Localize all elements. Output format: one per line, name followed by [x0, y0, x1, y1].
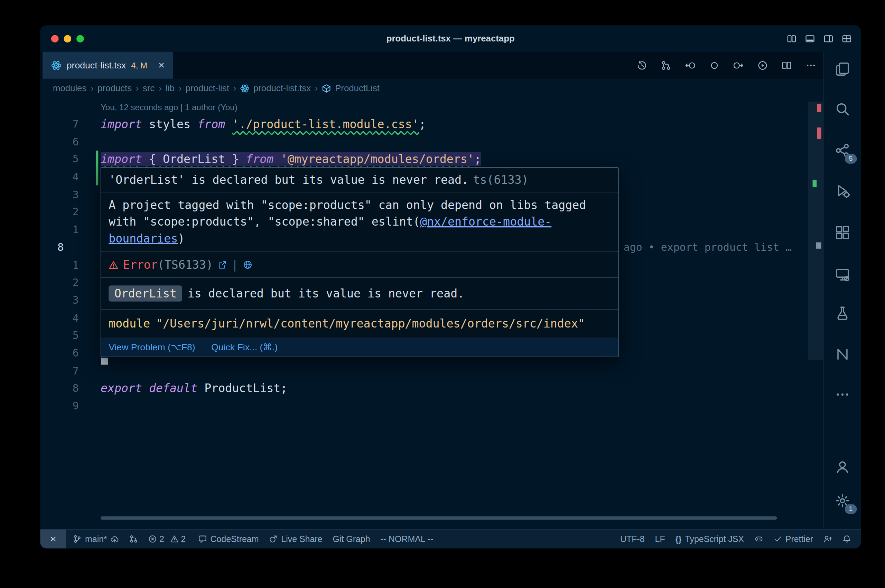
run-file-button[interactable]: [757, 60, 768, 70]
status-prettier[interactable]: Prettier: [768, 530, 818, 549]
status-bar-right: UTF-8LF{}TypeScript JSXPrettier: [615, 530, 861, 549]
breadcrumb-item-ProductList[interactable]: ProductList: [335, 83, 380, 94]
module-path: "/Users/juri/nrwl/content/myreactapp/mod…: [156, 316, 585, 330]
titlebar-layout-controls: [787, 25, 852, 51]
status-git-graph[interactable]: Git Graph: [328, 530, 376, 549]
customize-layout[interactable]: [842, 33, 852, 43]
status-codestream[interactable]: CodeStream: [193, 530, 264, 549]
gutter-change-indicator: [96, 151, 99, 186]
status-copilot[interactable]: [749, 530, 768, 549]
activity-extensions[interactable]: [824, 221, 861, 244]
status-vim-mode[interactable]: -- NORMAL --: [376, 530, 439, 549]
braces-icon: {}: [676, 534, 682, 544]
error-warning-icon: [108, 260, 118, 270]
previous-change-button[interactable]: [685, 60, 695, 70]
activity-source-control[interactable]: 5: [824, 139, 861, 162]
line-number: 8: [57, 239, 79, 256]
remote-icon: [49, 535, 57, 543]
horizontal-scrollbar[interactable]: [101, 516, 777, 520]
line-number: 3: [57, 186, 79, 204]
layout-right-icon: [823, 33, 833, 43]
status-notifications[interactable]: [837, 530, 856, 549]
breadcrumb-item-modules[interactable]: modules: [53, 83, 86, 94]
tab-bar: product-list.tsx 4, M ×: [40, 52, 824, 79]
split-editor-button[interactable]: [781, 60, 792, 70]
vertical-scrollbar[interactable]: [808, 102, 823, 360]
toggle-panel[interactable]: [805, 33, 815, 43]
quick-fix-link[interactable]: Quick Fix... (⌘.): [211, 342, 278, 353]
status-encoding[interactable]: UTF-8: [615, 530, 650, 549]
search-icon: [835, 102, 850, 116]
count: 2: [159, 534, 164, 544]
breadcrumb-item-product-list.tsx[interactable]: product-list.tsx: [253, 83, 311, 94]
label: CodeStream: [210, 534, 258, 544]
nx-icon: [835, 347, 850, 362]
more-icon: [806, 60, 816, 70]
gitlens-blame-header: You, 12 seconds ago | 1 author (You): [101, 98, 237, 116]
split-icon: [787, 33, 796, 43]
activity-search[interactable]: [824, 98, 861, 121]
error-detail-text: is declared but its value is never read.: [188, 287, 464, 301]
toggle-secondary-sidebar[interactable]: [823, 33, 833, 43]
breadcrumb-item-products[interactable]: products: [98, 83, 132, 94]
activity-nx-console[interactable]: [824, 343, 861, 366]
layout-grid-icon: [842, 33, 852, 43]
activity-additional-views[interactable]: [824, 383, 861, 406]
error-code-label: Error(TS6133): [123, 257, 213, 272]
error-x-icon: [148, 535, 157, 543]
activity-remote-explorer[interactable]: [824, 263, 861, 286]
line-number: 7: [57, 362, 79, 380]
titlebar: product-list.tsx — myreactapp: [40, 25, 861, 51]
next-change-icon: [733, 60, 744, 70]
react-icon: [240, 84, 249, 93]
compare-changes-button[interactable]: [661, 60, 672, 70]
live-share-icon: [269, 535, 278, 543]
hover-resize-handle[interactable]: [101, 358, 108, 365]
react-icon: [51, 60, 62, 70]
status-remote-indicator[interactable]: [40, 530, 66, 549]
breadcrumb-item-product-list[interactable]: product-list: [186, 83, 229, 94]
bell-icon: [843, 535, 851, 543]
activity-accounts[interactable]: [824, 455, 861, 478]
line-number: 2: [57, 274, 79, 292]
module-path-row: module"/Users/juri/nrwl/content/myreacta…: [101, 309, 619, 338]
account-icon: [835, 459, 850, 474]
label: Git Graph: [332, 534, 370, 544]
activity-manage[interactable]: 1: [824, 489, 861, 512]
status-problems[interactable]: 22: [143, 530, 193, 549]
more-actions-button[interactable]: [806, 60, 816, 70]
code-line: 6: [40, 133, 807, 151]
error-docs-globe-icon[interactable]: [243, 260, 252, 270]
code-line: 7import styles from './product-list.modu…: [40, 116, 807, 133]
line-number: 7: [57, 116, 79, 133]
breadcrumb-item-lib[interactable]: lib: [165, 83, 174, 94]
error-code: (TS6133): [158, 258, 213, 272]
tab-label: product-list.tsx: [67, 60, 126, 70]
line-number: 6: [57, 345, 79, 362]
split-icon: [781, 60, 792, 70]
status-gitlens[interactable]: [125, 530, 143, 549]
activity-run-and-debug[interactable]: [824, 179, 861, 202]
breadcrumb-item-src[interactable]: src: [143, 83, 155, 94]
timeline-button[interactable]: [637, 60, 647, 70]
open-change-button[interactable]: [709, 60, 720, 70]
toggle-primary-sidebar[interactable]: [787, 33, 796, 43]
status-language-mode[interactable]: {}TypeScript JSX: [670, 530, 749, 549]
status-feedback[interactable]: [818, 530, 837, 549]
activity-testing[interactable]: [824, 302, 861, 324]
code-editor[interactable]: You, 12 seconds ago | 1 author (You) 7im…: [40, 98, 824, 529]
status-git-branch[interactable]: main*: [68, 530, 125, 549]
tab-product-list[interactable]: product-list.tsx 4, M ×: [42, 52, 173, 79]
activity-explorer[interactable]: [824, 57, 861, 80]
run-debug-icon: [835, 183, 850, 198]
status-eol[interactable]: LF: [650, 530, 670, 549]
open-error-external-icon[interactable]: [218, 260, 227, 270]
next-change-button[interactable]: [733, 60, 744, 70]
pr-icon: [661, 60, 672, 70]
view-problem-link[interactable]: View Problem (⌥F8): [108, 342, 195, 353]
globe-icon: [243, 260, 252, 270]
code-line: 5import { OrderList } from '@myreactapp/…: [40, 151, 807, 168]
line-number: 1: [57, 256, 79, 274]
close-tab-icon[interactable]: ×: [158, 59, 165, 72]
status-live-share[interactable]: Live Share: [264, 530, 328, 549]
